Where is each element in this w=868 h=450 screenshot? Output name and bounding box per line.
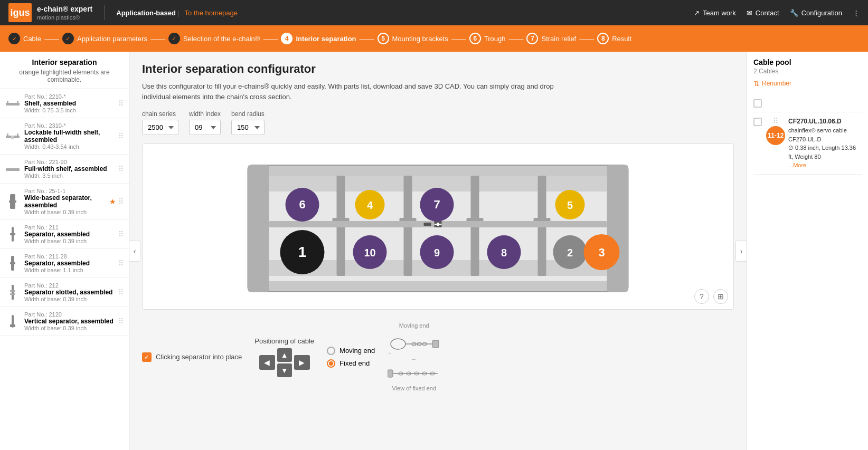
bend-radius-select[interactable]: 150 175 200 — [231, 120, 265, 135]
bc-arrow-2: —— — [150, 34, 165, 43]
fixed-end-radio[interactable] — [327, 359, 335, 368]
igus-logo[interactable]: igus — [8, 3, 32, 22]
drag-handle-sep-212[interactable]: ⠿ — [118, 288, 124, 296]
screenshot-icon-button[interactable]: ⊞ — [713, 289, 728, 304]
homepage-link[interactable]: To the homepage — [185, 9, 238, 17]
svg-rect-1 — [7, 101, 8, 103]
direction-buttons: ◀ ▲ ▼ ▶ — [259, 348, 310, 377]
dir-right-button[interactable]: ▶ — [294, 355, 310, 370]
sidebar-subtitle: orange highlighted elements are combinab… — [0, 69, 129, 89]
bc-arrow-7: —— — [579, 34, 594, 43]
bend-radius-group: bend radius 150 175 200 — [231, 110, 265, 135]
content-area: Interior separation configurator Use thi… — [129, 52, 747, 450]
sidebar-item-text-sep-211: Part No.: 211 Separator, assembled Width… — [24, 224, 114, 244]
svg-text:9: 9 — [434, 247, 440, 258]
dir-left-button[interactable]: ◀ — [259, 355, 275, 370]
collapse-left-button[interactable]: ‹ — [129, 241, 140, 262]
svg-rect-18 — [10, 324, 15, 327]
more-menu-button[interactable]: ⋮ — [853, 9, 860, 17]
drag-handle-sep-211[interactable]: ⠿ — [118, 230, 124, 238]
moving-end-radio[interactable] — [327, 347, 335, 355]
contact-button[interactable]: ✉ Contact — [747, 9, 779, 17]
renumber-button[interactable]: ⇅ Renumber — [753, 79, 862, 88]
sep-icon-211-28 — [5, 256, 20, 271]
check-icon-cable: ✓ — [8, 33, 20, 44]
bc-arrow-1: —— — [44, 34, 59, 43]
svg-rect-6 — [11, 136, 14, 139]
drag-handle-sep-211-28[interactable]: ⠿ — [118, 259, 124, 267]
dir-up-button[interactable]: ▲ — [277, 348, 292, 362]
main-layout: Interior separation orange highlighted e… — [0, 52, 868, 450]
help-icon-button[interactable]: ? — [694, 289, 709, 304]
moving-end-option[interactable]: Moving end — [327, 347, 375, 355]
svg-rect-4 — [7, 133, 8, 136]
breadcrumb-interior-sep[interactable]: 4 Interior separation — [281, 33, 356, 44]
sidebar-title: Interior separation — [0, 52, 129, 69]
cable-drag-icon[interactable]: ⠿ — [773, 117, 778, 125]
cable-count: 2 Cables — [753, 68, 862, 75]
sidebar-item-actions-sep-211: ⠿ — [118, 230, 124, 238]
sidebar-item-sep-211-28[interactable]: Part No.: 211-28 Separator, assembled Wi… — [0, 249, 129, 278]
drag-handle-2210[interactable]: ⠿ — [118, 99, 124, 108]
drag-handle-vsep-2120[interactable]: ⠿ — [118, 317, 124, 325]
fixed-end-diagram-label: ← — [411, 356, 417, 362]
svg-rect-0 — [6, 103, 20, 106]
app-subtitle: motion plastics® — [37, 14, 92, 21]
sidebar-item-wide-sep[interactable]: Part No.: 25-1-1 Wide-based separator, a… — [0, 184, 129, 220]
sidebar-item-sep-211[interactable]: Part No.: 211 Separator, assembled Width… — [0, 220, 129, 249]
chain-diagram-area: Moving end ↔ ← — [388, 322, 440, 391]
breadcrumb-trough[interactable]: 6 Trough — [469, 33, 506, 44]
breadcrumb-mounting[interactable]: 5 Mounting brackets — [378, 33, 448, 44]
svg-text:4: 4 — [367, 199, 373, 211]
bc-arrow-5: —— — [451, 34, 466, 43]
svg-text:8: 8 — [501, 247, 507, 258]
breadcrumb-strain[interactable]: 7 Strain relief — [526, 33, 576, 44]
svg-rect-34 — [424, 223, 431, 226]
chain-diagram-svg: ↔ — [388, 331, 440, 357]
breadcrumb-result[interactable]: 8 Result — [597, 33, 631, 44]
bc-num-4: 4 — [281, 33, 293, 44]
breadcrumb-bar: ✓ Cable —— ✓ Application parameters —— ✓… — [0, 25, 868, 52]
collapse-right-button[interactable]: › — [735, 241, 747, 262]
drag-handle-2310[interactable]: ⠿ — [118, 132, 124, 140]
cable-more-link[interactable]: ...More — [788, 162, 806, 168]
sidebar-item-shelf-22190[interactable]: Part No.: 221-90 Full-width shelf, assem… — [0, 155, 129, 184]
sidebar-item-text-2210: Part No.: 2210-* Shelf, assembled Width:… — [24, 93, 114, 113]
breadcrumb-cable[interactable]: ✓ Cable — [8, 33, 41, 44]
end-options: Moving end Fixed end — [327, 347, 375, 368]
configuration-button[interactable]: 🔧 Configuration — [790, 9, 842, 17]
sidebar-item-shelf-2210[interactable]: Part No.: 2210-* Shelf, assembled Width:… — [0, 89, 129, 118]
star-icon-wide-sep: ★ — [109, 197, 116, 206]
shelf-icon-22190 — [5, 167, 20, 171]
cable-checkbox-empty[interactable] — [753, 99, 762, 108]
fixed-end-option[interactable]: Fixed end — [327, 359, 375, 368]
nav-mode-label: Application-based | To the homepage — [116, 9, 238, 17]
sidebar-item-actions-2310: ⠿ — [118, 132, 124, 140]
width-index-select[interactable]: 09 10 11 — [189, 120, 221, 135]
cable-checkbox-cf270[interactable] — [753, 118, 762, 126]
envelope-icon: ✉ — [747, 9, 752, 17]
breadcrumb-selection[interactable]: ✓ Selection of the e-chain® — [168, 33, 260, 44]
breadcrumb-app-params[interactable]: ✓ Application parameters — [62, 33, 147, 44]
teamwork-button[interactable]: ↗ Team work — [694, 9, 736, 17]
chain-diagram-svg-bottom — [388, 365, 440, 383]
bc-num-6: 6 — [469, 33, 481, 44]
clicking-separator-label[interactable]: ✓ Clicking separator into place — [142, 352, 242, 362]
dir-down-button[interactable]: ▼ — [277, 363, 292, 377]
clicking-separator-checkbox[interactable]: ✓ — [142, 352, 152, 362]
drag-handle-wide-sep[interactable]: ⠿ — [118, 197, 124, 206]
chain-series-select[interactable]: 2500 2600 2700 — [142, 120, 178, 135]
sidebar-item-vsep-2120[interactable]: Part No.: 2120 Vertical separator, assem… — [0, 307, 129, 336]
svg-point-58 — [391, 339, 405, 349]
sidebar-item-shelf-2310[interactable]: Part No.: 2310-* Lockable full-width she… — [0, 118, 129, 155]
top-navigation: igus e-chain® expert motion plastics® Ap… — [0, 0, 868, 25]
cable-item-content: ⠿ 11-12 CF270.UL.10.06.D chainflex® serv… — [766, 117, 862, 170]
wrench-icon: 🔧 — [790, 9, 798, 17]
sidebar-item-actions-22190: ⠿ — [118, 165, 124, 173]
sidebar-item-sep-212[interactable]: Part No.: 212 Separator slotted, assembl… — [0, 278, 129, 307]
svg-text:7: 7 — [433, 198, 440, 211]
sep-icon-211 — [5, 227, 20, 242]
drag-handle-22190[interactable]: ⠿ — [118, 165, 124, 173]
sep-icon-212 — [5, 285, 20, 300]
sidebar-item-text-22190: Part No.: 221-90 Full-width shelf, assem… — [24, 159, 114, 179]
